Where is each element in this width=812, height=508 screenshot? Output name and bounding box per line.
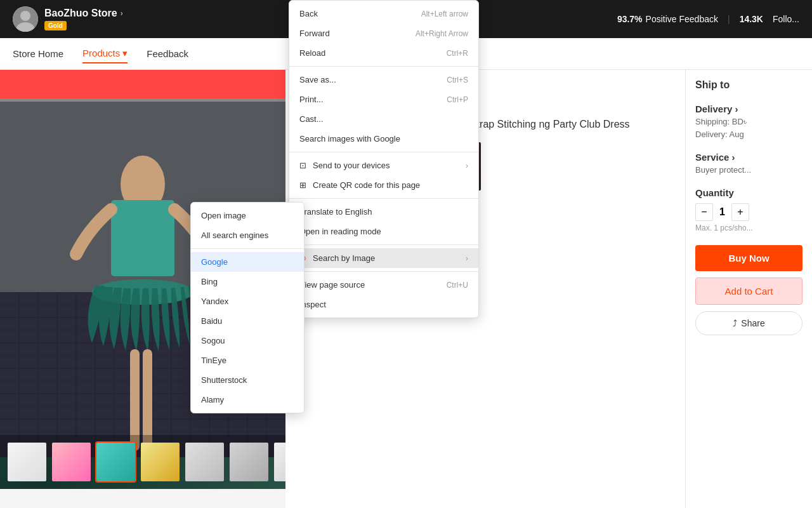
submenu-sogou[interactable]: Sogou bbox=[191, 331, 304, 351]
all-search-engines-label: All search engines bbox=[201, 231, 268, 240]
create-qr-left: ⊞ Create QR code for this page bbox=[299, 180, 420, 190]
context-menu-view-source[interactable]: View page source Ctrl+U bbox=[289, 275, 478, 295]
share-button[interactable]: ⤴ Share bbox=[695, 311, 802, 335]
context-forward-label: Forward bbox=[299, 29, 330, 38]
thumbnail-7[interactable] bbox=[273, 441, 285, 483]
context-menu-search-images[interactable]: Search images with Google bbox=[289, 129, 478, 149]
context-cast-label: Cast... bbox=[299, 114, 324, 124]
search-by-image-arrow: › bbox=[466, 254, 468, 263]
context-menu-create-qr[interactable]: ⊞ Create QR code for this page bbox=[289, 175, 478, 195]
search-bar[interactable] bbox=[0, 70, 285, 98]
submenu-open-image[interactable]: Open image bbox=[191, 206, 304, 225]
buy-now-button[interactable]: Buy Now bbox=[695, 245, 802, 271]
ship-to-section: Ship to bbox=[695, 79, 802, 91]
context-menu-inspect[interactable]: Inspect bbox=[289, 295, 478, 314]
sidebar-item-products[interactable]: Products ▾ bbox=[82, 44, 128, 64]
quantity-title: Quantity bbox=[695, 187, 802, 198]
menu-separator-1 bbox=[289, 66, 478, 67]
context-menu-reload[interactable]: Reload Ctrl+R bbox=[289, 43, 478, 63]
nav-products-label: Products bbox=[82, 48, 120, 58]
delivery-date-detail: Delivery: Aug bbox=[695, 130, 802, 139]
context-search-by-image-label: Search by Image bbox=[313, 253, 375, 263]
delivery-date-label: Delivery: bbox=[695, 130, 728, 139]
service-arrow: › bbox=[731, 152, 735, 163]
context-search-images-label: Search images with Google bbox=[299, 134, 400, 144]
positive-feedback: 93.7% Positive Feedback bbox=[617, 14, 718, 24]
menu-separator-4 bbox=[289, 244, 478, 245]
context-view-source-shortcut: Ctrl+U bbox=[447, 281, 468, 290]
thumbnail-3[interactable] bbox=[95, 441, 136, 483]
context-forward-shortcut: Alt+Right Arrow bbox=[416, 29, 468, 38]
context-view-source-label: View page source bbox=[299, 280, 365, 290]
context-menu: Back Alt+Left arrow Forward Alt+Right Ar… bbox=[289, 0, 479, 318]
submenu-shutterstock[interactable]: Shutterstock bbox=[191, 370, 304, 390]
service-label: Service bbox=[695, 152, 729, 163]
send-devices-icon: ⊡ bbox=[299, 161, 306, 170]
shipping-detail: Shipping: BD৳ bbox=[695, 117, 802, 127]
context-print-label: Print... bbox=[299, 95, 324, 104]
submenu-google[interactable]: Google bbox=[191, 252, 304, 272]
context-menu-send-devices[interactable]: ⊡ Send to your devices › bbox=[289, 156, 478, 175]
quantity-increase-button[interactable]: + bbox=[731, 203, 749, 221]
menu-separator-2 bbox=[289, 152, 478, 152]
delivery-date-value: Aug bbox=[729, 130, 743, 139]
add-to-cart-button[interactable]: Add to Cart bbox=[695, 277, 802, 305]
menu-separator-5 bbox=[289, 271, 478, 272]
submenu-all-search-engines[interactable]: All search engines bbox=[191, 225, 304, 245]
thumbnails-row: › bbox=[0, 435, 285, 489]
thumbnail-1[interactable] bbox=[6, 441, 48, 483]
tineye-label: TinEye bbox=[201, 356, 226, 365]
context-send-devices-label: Send to your devices bbox=[313, 161, 390, 170]
thumbnail-5[interactable] bbox=[184, 441, 225, 483]
menu-separator-3 bbox=[289, 198, 478, 199]
context-reading-mode-label: Open in reading mode bbox=[299, 227, 381, 236]
submenu-separator bbox=[191, 248, 304, 249]
share-icon: ⤴ bbox=[733, 318, 737, 328]
context-menu-back[interactable]: Back Alt+Left arrow bbox=[289, 4, 478, 23]
followers-count: 14.3K bbox=[740, 14, 763, 24]
sidebar-item-store-home[interactable]: Store Home bbox=[13, 45, 63, 62]
shipping-value: BD৳ bbox=[732, 117, 747, 126]
context-menu-translate[interactable]: Translate to English bbox=[289, 202, 478, 222]
right-panel: Ship to Delivery › Shipping: BD৳ Deliver… bbox=[685, 70, 812, 508]
share-label: Share bbox=[741, 318, 764, 328]
header-divider: | bbox=[728, 14, 730, 24]
service-title[interactable]: Service › bbox=[695, 152, 802, 163]
context-reload-label: Reload bbox=[299, 48, 325, 58]
sogou-label: Sogou bbox=[201, 336, 225, 345]
baidu-label: Baidu bbox=[201, 316, 222, 326]
shutterstock-label: Shutterstock bbox=[201, 375, 247, 385]
context-menu-save-as[interactable]: Save as... Ctrl+S bbox=[289, 70, 478, 90]
delivery-arrow: › bbox=[735, 104, 738, 114]
thumbnail-4[interactable] bbox=[140, 441, 181, 483]
alamy-label: Alamy bbox=[201, 395, 224, 404]
store-name-text[interactable]: BaoZhuo Store bbox=[44, 8, 117, 19]
delivery-label: Delivery bbox=[695, 104, 732, 114]
quantity-section: Quantity − 1 + Max. 1 pcs/sho... bbox=[695, 187, 802, 232]
context-menu-print[interactable]: Print... Ctrl+P bbox=[289, 90, 478, 109]
submenu-baidu[interactable]: Baidu bbox=[191, 311, 304, 331]
store-name-row: BaoZhuo Store › bbox=[44, 8, 123, 19]
send-devices-arrow: › bbox=[466, 161, 468, 170]
send-devices-left: ⊡ Send to your devices bbox=[299, 161, 390, 170]
context-menu-cast[interactable]: Cast... bbox=[289, 109, 478, 129]
submenu-yandex[interactable]: Yandex bbox=[191, 291, 304, 311]
search-by-image-left: ⊙ Search by Image bbox=[299, 253, 375, 263]
delivery-section: Delivery › Shipping: BD৳ Delivery: Aug bbox=[695, 104, 802, 139]
delivery-title[interactable]: Delivery › bbox=[695, 104, 802, 114]
submenu-bing[interactable]: Bing bbox=[191, 272, 304, 291]
followers-label: Follo... bbox=[773, 14, 799, 24]
google-label: Google bbox=[201, 257, 228, 267]
context-menu-reading-mode[interactable]: Open in reading mode bbox=[289, 222, 478, 241]
thumbnail-6[interactable] bbox=[228, 441, 270, 483]
quantity-decrease-button[interactable]: − bbox=[695, 203, 713, 221]
context-menu-search-by-image[interactable]: ⊙ Search by Image › bbox=[289, 248, 478, 268]
sidebar-item-feedback[interactable]: Feedback bbox=[147, 45, 188, 62]
image-search-submenu: Open image All search engines Google Bin… bbox=[190, 202, 304, 413]
context-menu-forward[interactable]: Forward Alt+Right Arrow bbox=[289, 23, 478, 43]
context-back-shortcut: Alt+Left arrow bbox=[421, 10, 468, 18]
bing-label: Bing bbox=[201, 277, 218, 286]
submenu-tineye[interactable]: TinEye bbox=[191, 351, 304, 370]
submenu-alamy[interactable]: Alamy bbox=[191, 390, 304, 410]
thumbnail-2[interactable] bbox=[51, 441, 92, 483]
